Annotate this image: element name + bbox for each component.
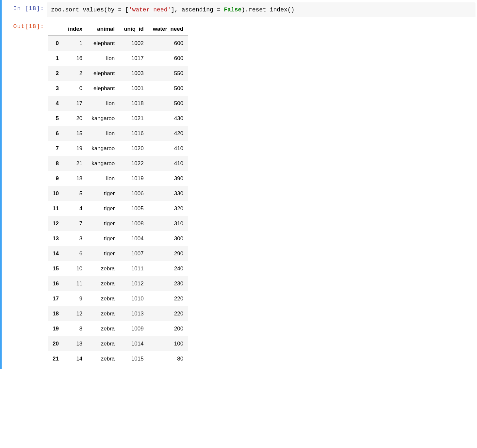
code-token: ).reset_index( [241, 7, 291, 13]
code-input[interactable]: zoo.sort_values(by = ['water_need'], asc… [47, 3, 475, 17]
table-row: 918lion1019390 [48, 171, 188, 186]
cell-water_need: 200 [148, 321, 188, 336]
cell-index: 15 [63, 126, 87, 141]
row-index: 11 [48, 201, 63, 216]
table-row: 198zebra1009200 [48, 321, 188, 336]
cell-animal: zebra [87, 336, 119, 351]
cell-animal: tiger [87, 201, 119, 216]
cell-animal: elephant [87, 66, 119, 81]
cell-animal: lion [87, 126, 119, 141]
cell-index: 13 [63, 336, 87, 351]
code-token: ], ascending = [171, 7, 224, 13]
cell-water_need: 320 [148, 201, 188, 216]
table-row: 417lion1018500 [48, 96, 188, 111]
cell-water_need: 290 [148, 246, 188, 261]
cell-uniq_id: 1007 [119, 246, 148, 261]
cell-animal: tiger [87, 246, 119, 261]
cell-water_need: 390 [148, 171, 188, 186]
cell-animal: lion [87, 96, 119, 111]
cell-uniq_id: 1016 [119, 126, 148, 141]
corner-cell [48, 23, 63, 36]
cell-animal: kangaroo [87, 111, 119, 126]
cell-water_need: 550 [148, 66, 188, 81]
input-prompt: In [18]: [2, 3, 47, 13]
table-row: 179zebra1010220 [48, 291, 188, 306]
cell-index: 0 [63, 81, 87, 96]
cell-animal: zebra [87, 351, 119, 366]
table-row: 821kangaroo1022410 [48, 156, 188, 171]
row-index: 7 [48, 141, 63, 156]
row-index: 6 [48, 126, 63, 141]
cell-uniq_id: 1015 [119, 351, 148, 366]
row-index: 3 [48, 81, 63, 96]
cell-index: 7 [63, 216, 87, 231]
cell-uniq_id: 1003 [119, 66, 148, 81]
cell-animal: zebra [87, 276, 119, 291]
table-row: 520kangaroo1021430 [48, 111, 188, 126]
table-row: 1812zebra1013220 [48, 306, 188, 321]
cell-index: 2 [63, 66, 87, 81]
cell-uniq_id: 1004 [119, 231, 148, 246]
cell-animal: kangaroo [87, 141, 119, 156]
code-token: zoo.sort_values(by = [ [51, 7, 129, 13]
cell-uniq_id: 1022 [119, 156, 148, 171]
output-row: Out[18]: index animal uniq_id water_need… [2, 21, 475, 366]
cell-uniq_id: 1006 [119, 186, 148, 201]
output-area: index animal uniq_id water_need 01elepha… [47, 21, 475, 366]
cell-water_need: 80 [148, 351, 188, 366]
table-row: 615lion1016420 [48, 126, 188, 141]
cell-water_need: 330 [148, 186, 188, 201]
col-header-uniq-id: uniq_id [119, 23, 148, 36]
dataframe-table: index animal uniq_id water_need 01elepha… [48, 23, 188, 366]
row-index: 13 [48, 231, 63, 246]
cell-uniq_id: 1017 [119, 51, 148, 66]
cell-uniq_id: 1014 [119, 336, 148, 351]
row-index: 15 [48, 261, 63, 276]
cell-uniq_id: 1018 [119, 96, 148, 111]
cell-water_need: 100 [148, 336, 188, 351]
table-header-row: index animal uniq_id water_need [48, 23, 188, 36]
cell-index: 19 [63, 141, 87, 156]
col-header-water-need: water_need [148, 23, 188, 36]
cell-water_need: 420 [148, 126, 188, 141]
table-row: 133tiger1004300 [48, 231, 188, 246]
col-header-animal: animal [87, 23, 119, 36]
cell-uniq_id: 1021 [119, 111, 148, 126]
row-index: 9 [48, 171, 63, 186]
table-row: 1510zebra1011240 [48, 261, 188, 276]
row-index: 16 [48, 276, 63, 291]
cell-index: 21 [63, 156, 87, 171]
cell-animal: tiger [87, 216, 119, 231]
table-row: 2013zebra1014100 [48, 336, 188, 351]
cell-uniq_id: 1001 [119, 81, 148, 96]
table-row: 127tiger1008310 [48, 216, 188, 231]
cell-index: 10 [63, 261, 87, 276]
cell-animal: lion [87, 51, 119, 66]
cell-animal: zebra [87, 291, 119, 306]
row-index: 17 [48, 291, 63, 306]
row-index: 0 [48, 36, 63, 51]
cell-index: 11 [63, 276, 87, 291]
table-row: 01elephant1002600 [48, 36, 188, 51]
input-row: In [18]: zoo.sort_values(by = ['water_ne… [2, 3, 475, 17]
cell-index: 3 [63, 231, 87, 246]
cell-uniq_id: 1008 [119, 216, 148, 231]
cell-index: 12 [63, 306, 87, 321]
row-index: 2 [48, 66, 63, 81]
cell-uniq_id: 1020 [119, 141, 148, 156]
code-token-string: 'water_need' [129, 7, 171, 13]
cell-uniq_id: 1010 [119, 291, 148, 306]
cell-animal: lion [87, 171, 119, 186]
cell-animal: elephant [87, 81, 119, 96]
cell-animal: zebra [87, 261, 119, 276]
cell-uniq_id: 1011 [119, 261, 148, 276]
cell-index: 5 [63, 186, 87, 201]
cell-animal: tiger [87, 186, 119, 201]
cell-index: 16 [63, 51, 87, 66]
row-index: 5 [48, 111, 63, 126]
cell-uniq_id: 1002 [119, 36, 148, 51]
cell-animal: tiger [87, 231, 119, 246]
cell-water_need: 500 [148, 96, 188, 111]
cell-water_need: 410 [148, 156, 188, 171]
table-row: 105tiger1006330 [48, 186, 188, 201]
